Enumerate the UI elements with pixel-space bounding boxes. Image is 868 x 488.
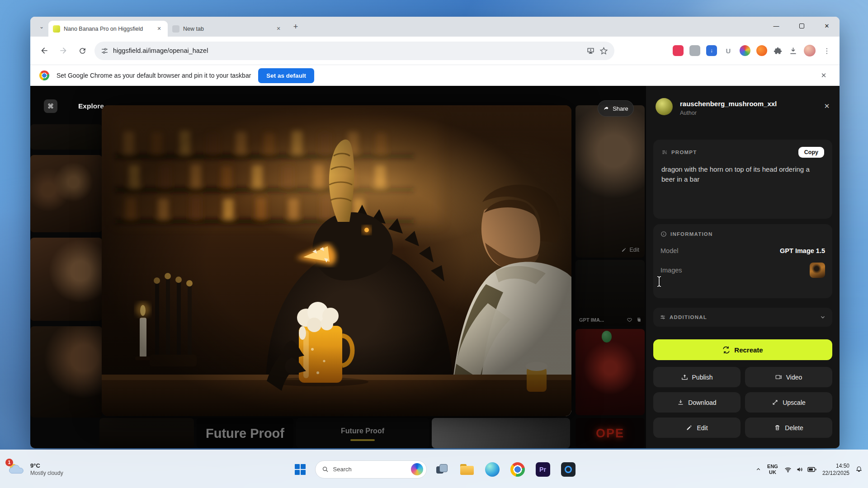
clock[interactable]: 14:50 22/12/2025 [822,462,849,477]
new-tab-button[interactable]: + [289,20,302,33]
file-explorer-button[interactable] [457,459,477,480]
reload-button[interactable] [74,42,91,59]
panel-close-icon[interactable]: ✕ [821,101,832,112]
minimize-button[interactable]: — [764,17,789,35]
close-window-button[interactable]: ✕ [814,17,840,35]
actions-grid: Publish Video Download Upscale Edit [653,367,832,438]
lang-bottom: UK [767,469,778,475]
set-as-default-button[interactable]: Set as default [258,68,314,83]
lang-top: ENG [767,464,778,469]
maximize-button[interactable] [789,17,814,35]
profile-avatar[interactable] [804,45,816,56]
nav-explore[interactable]: Explore [78,102,104,110]
extension-red-icon[interactable] [673,45,684,56]
downloads-icon[interactable] [788,46,798,56]
quick-settings[interactable] [784,466,816,473]
publish-button[interactable]: Publish [653,367,741,387]
video-button[interactable]: Video [745,367,832,387]
edge-browser-button[interactable] [482,459,503,480]
edit-button[interactable]: Edit [653,418,741,438]
default-browser-notice: Set Google Chrome as your default browse… [30,65,840,86]
tab-close-icon[interactable]: ✕ [274,25,283,33]
edge-icon [485,462,500,477]
delete-label: Delete [785,424,803,432]
prompt-label: PROMPT [671,150,697,155]
tab-new-tab[interactable]: New tab ✕ [168,21,287,37]
additional-label: ADDITIONAL [670,314,707,320]
window-controls: — ✕ [764,17,840,35]
model-label: Model [660,247,679,254]
extension-colorwheel-icon[interactable] [740,45,750,56]
tab-close-icon[interactable]: ✕ [155,25,163,33]
taskbar-center: Search Pr [0,450,868,488]
extension-grey-icon[interactable] [689,45,700,56]
notice-close-icon[interactable]: ✕ [817,69,830,82]
bookmark-star-icon[interactable] [599,47,608,55]
search-icon [322,466,329,473]
additional-section-toggle[interactable]: ADDITIONAL [653,308,832,327]
forward-button[interactable] [55,42,72,59]
camera-lens-icon [561,462,576,477]
back-icon [40,46,49,55]
tab-search-button[interactable]: ⌄ [35,20,48,33]
battery-icon [807,466,816,473]
install-app-icon[interactable] [586,47,595,55]
information-label: INFORMATION [670,231,712,237]
chevron-down-icon [820,314,826,320]
url-text: higgsfield.ai/image/openai_hazel [113,47,208,54]
share-button[interactable]: Share [598,100,634,117]
author-role: Author [680,110,697,116]
text-cursor [656,276,662,287]
chrome-browser-button[interactable] [507,459,528,480]
back-button[interactable] [36,42,53,59]
publish-icon [681,374,688,380]
author-avatar[interactable] [656,98,673,115]
download-button[interactable]: Download [653,392,741,413]
copy-prompt-button[interactable]: Copy [798,147,824,158]
extension-u-icon[interactable]: U [723,45,734,56]
premiere-icon: Pr [536,462,550,477]
site-settings-icon [101,47,108,55]
windows-logo-icon [295,464,306,475]
upscale-label: Upscale [783,399,806,406]
forward-icon [59,46,68,55]
information-box: INFORMATION Model GPT Image 1.5 Images [653,224,832,298]
start-button[interactable] [290,459,311,480]
tray-time: 14:50 [822,462,849,469]
download-label: Download [688,399,716,406]
video-icon [775,374,782,380]
taskbar-search[interactable]: Search [315,460,427,479]
tab-nano-banana[interactable]: Nano Banana Pro on Higgsfield ✕ [48,21,168,37]
tray-date: 22/12/2025 [822,469,849,477]
tab-title: New tab [183,26,271,32]
taskbar: 1 9°C Mostly cloudy Search Pr [0,450,868,488]
extension-video-downloader-icon[interactable]: ↓ [706,45,717,56]
task-view-button[interactable] [431,459,452,480]
higgsfield-favicon [53,25,60,33]
share-label: Share [613,105,628,112]
higgsfield-logo[interactable]: ⌘ [44,99,57,113]
address-bar[interactable]: higgsfield.ai/image/openai_hazel [94,42,614,60]
image-thumbnail[interactable] [810,263,825,278]
new-tab-favicon [172,25,179,33]
notifications-bell-icon[interactable] [855,466,863,473]
copilot-icon[interactable] [411,463,423,475]
language-switcher[interactable]: ENG UK [767,464,778,475]
recreate-icon [722,346,730,354]
upscale-button[interactable]: Upscale [745,392,832,413]
premiere-button[interactable]: Pr [533,459,553,480]
delete-button[interactable]: Delete [745,418,832,438]
prompt-box: PROMPT Copy dragon with the horn on top … [653,140,832,219]
capture-app-button[interactable] [558,459,579,480]
images-label: Images [660,267,682,274]
browser-menu-icon[interactable]: ⋮ [821,45,832,56]
task-view-icon [436,464,447,475]
extensions-puzzle-icon[interactable] [773,46,783,56]
recreate-button[interactable]: Recreate [653,339,832,360]
tab-title: Nano Banana Pro on Higgsfield [64,26,151,32]
notice-text: Set Google Chrome as your default browse… [57,72,251,79]
tray-chevron-up-icon[interactable] [755,466,761,472]
publish-label: Publish [692,374,713,381]
extension-orange-icon[interactable] [756,45,767,56]
dragon-bar-artwork [102,105,571,416]
